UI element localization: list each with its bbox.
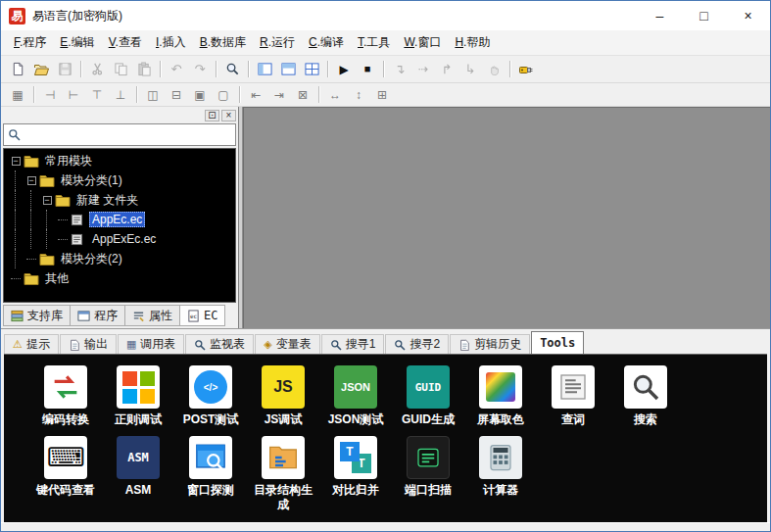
panel-split-button[interactable] bbox=[276, 59, 300, 79]
menu-item-c[interactable]: C.编译 bbox=[302, 31, 351, 54]
bring-front-button[interactable]: ▣ bbox=[188, 84, 212, 105]
tool-asm[interactable]: ASMASM bbox=[102, 435, 174, 512]
menu-item-f[interactable]: F.程序 bbox=[7, 31, 53, 54]
tool-label: 查词 bbox=[561, 412, 585, 427]
align-top-button[interactable]: ⊤ bbox=[85, 84, 109, 105]
menu-item-t[interactable]: T.工具 bbox=[351, 31, 397, 54]
dongle-button[interactable] bbox=[514, 59, 538, 79]
regex-debug-icon bbox=[116, 364, 161, 410]
maximize-button[interactable]: □ bbox=[682, 1, 726, 30]
center-vertical-button[interactable]: ⊟ bbox=[165, 84, 188, 105]
fit-height-icon: ⇥ bbox=[274, 89, 284, 101]
menu-item-i[interactable]: I.插入 bbox=[149, 31, 193, 54]
fit-width-button[interactable]: ⇤ bbox=[244, 84, 267, 105]
call-table-icon: ▦ bbox=[126, 339, 136, 350]
module-search-input[interactable] bbox=[24, 127, 231, 142]
fit-height-button[interactable]: ⇥ bbox=[267, 84, 291, 105]
tree-item-appec[interactable]: AppEc.ec bbox=[4, 210, 235, 229]
align-left-button[interactable]: ⊣ bbox=[38, 84, 62, 105]
panel-tab-library[interactable]: 支持库 bbox=[3, 305, 71, 326]
center-horizontal-button[interactable]: ◫ bbox=[141, 84, 165, 105]
menu-item-w[interactable]: W.窗口 bbox=[397, 31, 448, 54]
panel-tab-program[interactable]: 程序 bbox=[71, 305, 125, 326]
tool-port-scan[interactable]: 端口扫描 bbox=[392, 435, 464, 512]
stop-button[interactable]: ■ bbox=[356, 59, 379, 79]
menu-item-r[interactable]: R.运行 bbox=[253, 31, 302, 54]
find-button[interactable] bbox=[220, 59, 244, 79]
snap-grid-icon: ▦ bbox=[12, 89, 23, 101]
panel-tab-property[interactable]: 属性 bbox=[125, 305, 180, 326]
snap-grid-button[interactable]: ▦ bbox=[6, 84, 29, 105]
bottom-tab-output[interactable]: 输出 bbox=[60, 334, 117, 354]
bottom-tab-search2[interactable]: 搜寻2 bbox=[385, 334, 449, 354]
tree-item-appexec[interactable]: AppExEc.ec bbox=[4, 229, 235, 249]
tree-item-category-2[interactable]: 模块分类(2) bbox=[4, 249, 235, 268]
same-width-button[interactable]: ↔ bbox=[323, 84, 347, 105]
menu-item-e[interactable]: E.编辑 bbox=[53, 31, 101, 54]
tool-post-test[interactable]: </>POST测试 bbox=[174, 364, 247, 427]
tool-color-picker[interactable]: 屏幕取色 bbox=[464, 364, 537, 427]
tool-search-tool[interactable]: 搜索 bbox=[609, 364, 682, 427]
tree-item-label: AppExEc.ec bbox=[89, 231, 159, 247]
lock-controls-button[interactable]: ⊠ bbox=[291, 84, 314, 105]
svg-text:ec: ec bbox=[190, 313, 198, 319]
open-folder-button[interactable] bbox=[29, 59, 53, 79]
new-file-button[interactable] bbox=[6, 59, 29, 79]
tool-keycode[interactable]: ⌨键代码查看 bbox=[29, 435, 102, 512]
panel-grid-icon bbox=[305, 62, 319, 76]
tool-dict[interactable]: 查词 bbox=[537, 364, 609, 427]
center-horizontal-icon: ◫ bbox=[147, 89, 158, 101]
tree-guide bbox=[39, 229, 55, 249]
align-right-button[interactable]: ⊢ bbox=[62, 84, 85, 105]
collapse-icon[interactable]: − bbox=[24, 170, 39, 190]
run-to-cursor-icon: ↳ bbox=[465, 63, 476, 75]
menu-item-v[interactable]: V.查看 bbox=[102, 31, 149, 54]
bottom-tab-clip-history[interactable]: 剪辑历史 bbox=[450, 334, 530, 354]
panel-grid-button[interactable] bbox=[300, 59, 323, 79]
panel-left-button[interactable] bbox=[253, 59, 276, 79]
close-button[interactable]: × bbox=[726, 1, 770, 30]
step-over-button: ⇢ bbox=[411, 59, 435, 79]
tool-diff-merge[interactable]: TT对比归并 bbox=[319, 435, 392, 512]
redo-button: ↷ bbox=[188, 59, 212, 79]
send-back-button[interactable]: ▢ bbox=[212, 84, 235, 105]
tree-item-others[interactable]: 其他 bbox=[4, 268, 235, 288]
copy-button bbox=[109, 59, 132, 79]
toolbar-separator bbox=[239, 86, 240, 103]
run-button[interactable]: ▶ bbox=[332, 59, 356, 79]
tool-guid-gen[interactable]: GUIDGUID生成 bbox=[392, 364, 464, 427]
same-height-button[interactable]: ↕ bbox=[347, 84, 370, 105]
align-bottom-button[interactable]: ⊥ bbox=[109, 84, 132, 105]
bottom-tab-watch-table[interactable]: 监视表 bbox=[185, 334, 254, 354]
tree-item-label: 其他 bbox=[42, 269, 72, 288]
panel-tab-ec[interactable]: ecEC bbox=[180, 305, 225, 326]
tool-regex-debug[interactable]: 正则调试 bbox=[102, 364, 174, 427]
tool-calculator[interactable]: 计算器 bbox=[464, 435, 537, 512]
bottom-tab-variable-table[interactable]: ◈变量表 bbox=[255, 334, 319, 354]
tree-item-label: AppEc.ec bbox=[89, 212, 145, 227]
menu-item-h[interactable]: H.帮助 bbox=[448, 31, 497, 54]
menu-item-b[interactable]: B.数据库 bbox=[193, 31, 253, 54]
bottom-tab-tools[interactable]: Tools bbox=[531, 331, 584, 354]
tool-window-spy[interactable]: 窗口探测 bbox=[174, 435, 247, 512]
tool-js-debug[interactable]: JSJS调试 bbox=[247, 364, 319, 427]
tree-item-common-modules[interactable]: −常用模块 bbox=[4, 151, 235, 170]
bottom-tab-hint[interactable]: ⚠提示 bbox=[4, 334, 59, 354]
size-to-grid-button[interactable]: ⊞ bbox=[370, 84, 394, 105]
collapse-icon[interactable]: − bbox=[8, 151, 24, 170]
bottom-tab-search1[interactable]: 搜寻1 bbox=[321, 334, 385, 354]
tool-dir-tree[interactable]: 目录结构生成 bbox=[247, 435, 319, 512]
collapse-icon[interactable]: − bbox=[39, 190, 55, 210]
tool-json-test[interactable]: JSONJSON测试 bbox=[319, 364, 392, 427]
tree-guide bbox=[24, 210, 39, 229]
panel-tab-label: EC bbox=[204, 309, 217, 322]
tree-item-label: 模块分类(1) bbox=[58, 171, 125, 190]
panel-close-icon[interactable]: × bbox=[221, 110, 236, 121]
bottom-tab-call-table[interactable]: ▦调用表 bbox=[118, 334, 184, 354]
tool-encode-convert[interactable]: 编码转换 bbox=[29, 364, 102, 427]
dock-icon[interactable]: ⊡ bbox=[205, 110, 219, 121]
dict-icon bbox=[551, 364, 596, 410]
tree-item-category-1[interactable]: −模块分类(1) bbox=[4, 170, 235, 190]
tree-item-new-folder[interactable]: −新建 文件夹 bbox=[4, 190, 235, 210]
minimize-button[interactable]: – bbox=[638, 1, 682, 30]
